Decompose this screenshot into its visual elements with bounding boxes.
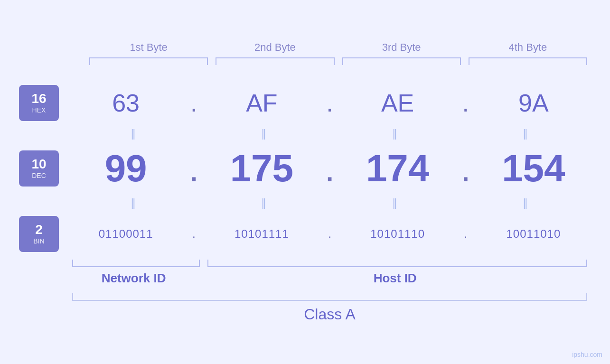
hex-byte4: 9A — [476, 89, 591, 117]
host-bracket — [207, 260, 587, 267]
bracket-byte3 — [342, 57, 461, 65]
byte3-header: 3rd Byte — [338, 41, 465, 54]
dec-byte3: 174 — [340, 147, 455, 190]
top-brackets — [19, 57, 591, 65]
dec-byte2: 175 — [204, 147, 319, 190]
class-section: Class A — [19, 293, 591, 323]
host-id-label: Host ID — [199, 271, 591, 286]
network-bracket — [72, 260, 200, 267]
bracket-byte2 — [216, 57, 334, 65]
hex-dot3: . — [455, 89, 476, 117]
hex-dot1: . — [183, 89, 204, 117]
bin-row: 2 BIN 01100011 . 10101111 . 10101110 . — [19, 210, 591, 258]
class-bracket — [72, 293, 587, 301]
bracket-byte1 — [89, 57, 208, 65]
hex-byte2: AF — [204, 89, 319, 117]
dec-byte1: 99 — [68, 147, 183, 190]
bin-dot1: . — [183, 227, 204, 241]
dec-dot2: . — [319, 147, 340, 190]
main-container: 1st Byte 2nd Byte 3rd Byte 4th Byte 16 H… — [0, 0, 610, 364]
dec-dot3: . — [455, 147, 476, 190]
bin-byte3: 10101110 — [340, 227, 455, 241]
byte1-header: 1st Byte — [85, 41, 212, 54]
hex-row: 16 HEX 63 . AF . AE . 9A — [19, 79, 591, 127]
hex-badge: 16 HEX — [19, 85, 59, 121]
id-section: Network ID Host ID — [19, 260, 591, 286]
dec-dot1: . — [183, 147, 204, 190]
equals-row-2: ‖ ‖ ‖ ‖ — [19, 197, 591, 209]
dec-byte4: 154 — [476, 147, 591, 190]
id-labels-row: Network ID Host ID — [68, 271, 591, 286]
watermark: ipshu.com — [572, 351, 602, 358]
byte2-header: 2nd Byte — [212, 41, 338, 54]
bin-dot3: . — [455, 227, 476, 241]
byte-headers: 1st Byte 2nd Byte 3rd Byte 4th Byte — [19, 41, 591, 54]
network-id-label: Network ID — [68, 271, 199, 286]
bin-dot2: . — [319, 227, 340, 241]
hex-dot2: . — [319, 89, 340, 117]
id-brackets-row — [68, 260, 591, 267]
hex-values-row: 63 . AF . AE . 9A — [68, 89, 591, 117]
dec-badge: 10 DEC — [19, 150, 59, 187]
bin-byte1: 01100011 — [68, 227, 183, 241]
class-label: Class A — [68, 306, 591, 323]
hex-byte3: AE — [340, 89, 455, 117]
bin-values-row: 01100011 . 10101111 . 10101110 . 1001101… — [68, 227, 591, 241]
bracket-byte4 — [469, 57, 587, 65]
bin-badge: 2 BIN — [19, 216, 59, 252]
bin-byte4: 10011010 — [476, 227, 591, 241]
dec-values-row: 99 . 175 . 174 . 154 — [68, 147, 591, 190]
byte4-header: 4th Byte — [465, 41, 591, 54]
equals-row-1: ‖ ‖ ‖ ‖ — [19, 128, 591, 140]
hex-byte1: 63 — [68, 89, 183, 117]
bin-byte2: 10101111 — [204, 227, 319, 241]
dec-row: 10 DEC 99 . 175 . 174 . 154 — [19, 141, 591, 196]
